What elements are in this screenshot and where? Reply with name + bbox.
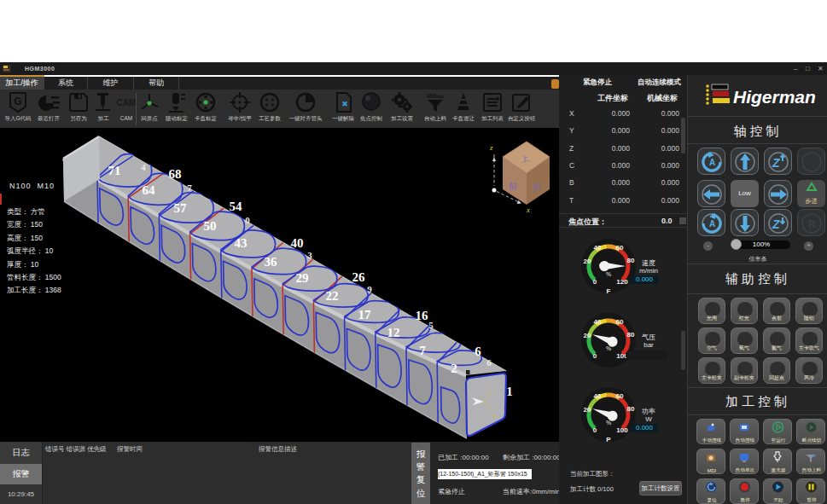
svg-text:z: z (489, 143, 493, 152)
svg-text:R: R (808, 218, 816, 230)
svg-text:7: 7 (187, 182, 192, 193)
svg-text:57: 57 (174, 201, 188, 215)
svg-text:0: 0 (245, 215, 250, 225)
svg-text:43: 43 (235, 236, 248, 250)
svg-text:右: 右 (533, 182, 541, 191)
svg-text:A: A (709, 158, 715, 167)
svg-text:54: 54 (230, 200, 243, 213)
svg-text:Z: Z (772, 156, 780, 170)
svg-text:9: 9 (367, 284, 372, 294)
svg-text:A: A (709, 219, 715, 229)
svg-text:✖: ✖ (341, 100, 348, 108)
svg-text:z: z (488, 388, 491, 395)
svg-text:400mm: 400mm (427, 93, 445, 99)
svg-text:29: 29 (296, 271, 309, 285)
svg-text:40: 40 (291, 236, 304, 250)
svg-text:Z: Z (772, 217, 780, 231)
svg-text:64: 64 (143, 183, 156, 197)
svg-text:71: 71 (108, 164, 121, 177)
svg-text:7: 7 (419, 344, 426, 357)
svg-text:Higerman: Higerman (733, 87, 816, 107)
svg-text:前: 前 (509, 182, 517, 191)
svg-text:22: 22 (326, 289, 339, 303)
svg-text:68: 68 (169, 167, 182, 181)
svg-text:G: G (14, 96, 21, 107)
svg-text:26: 26 (352, 270, 366, 284)
svg-text:17: 17 (358, 308, 372, 322)
svg-text:12: 12 (387, 326, 400, 339)
svg-text:16: 16 (416, 309, 429, 322)
svg-text:6: 6 (475, 345, 481, 358)
svg-text:2: 2 (451, 362, 457, 375)
svg-text:6: 6 (486, 357, 492, 368)
svg-text:x: x (526, 206, 530, 214)
svg-text:x: x (492, 412, 496, 419)
svg-text:3: 3 (307, 250, 312, 260)
svg-text:36: 36 (265, 255, 278, 269)
svg-text:1: 1 (506, 385, 513, 398)
svg-text:50: 50 (204, 219, 217, 233)
svg-text:4: 4 (141, 162, 146, 172)
svg-text:5: 5 (428, 320, 434, 330)
